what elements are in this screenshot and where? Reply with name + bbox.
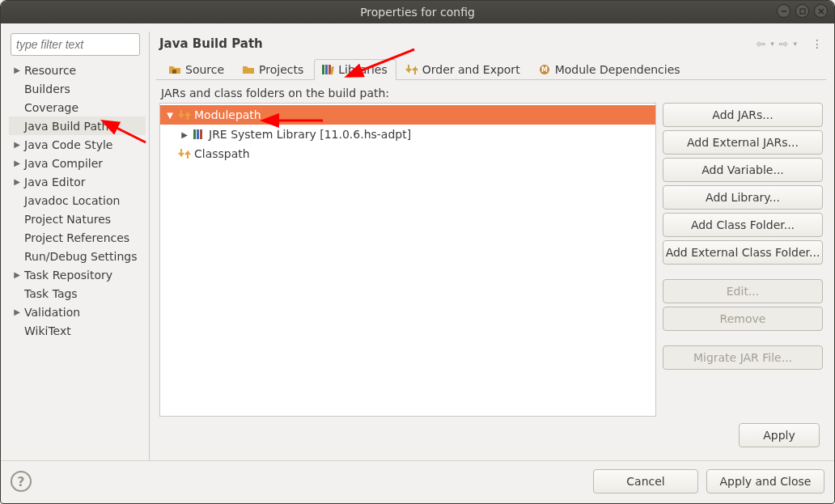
projects-folder-icon — [242, 63, 255, 76]
window-title: Properties for config — [360, 6, 475, 19]
chevron-right-icon: ▶ — [12, 307, 22, 316]
tab-projects[interactable]: Projects — [235, 59, 312, 80]
nav-label: Validation — [24, 306, 85, 319]
svg-rect-11 — [193, 129, 196, 139]
chevron-right-icon: ▶ — [12, 66, 22, 74]
svg-text:M: M — [541, 66, 548, 74]
add-external-class-folder-button[interactable]: Add External Class Folder... — [663, 240, 823, 265]
node-classpath[interactable]: Classpath — [160, 144, 655, 163]
chevron-down-icon: ▼ — [165, 111, 175, 120]
libraries-hint: JARs and class folders on the build path… — [159, 85, 823, 103]
view-menu-icon[interactable]: ⋮ — [812, 37, 823, 50]
maximize-button[interactable] — [795, 4, 809, 18]
nav-builders[interactable]: Builders — [9, 79, 146, 98]
side-buttons: Add JARs... Add External JARs... Add Var… — [663, 103, 823, 417]
bottom-bar: ? Cancel Apply and Close — [1, 460, 834, 503]
chevron-right-icon: ▶ — [12, 140, 22, 149]
nav-label: WikiText — [24, 324, 76, 337]
add-class-folder-button[interactable]: Add Class Folder... — [663, 213, 823, 237]
nav-java-editor[interactable]: ▶Java Editor — [9, 172, 146, 191]
apply-button[interactable]: Apply — [739, 423, 820, 447]
close-button[interactable] — [814, 4, 828, 18]
tab-label: Projects — [259, 63, 303, 76]
nav-wikitext[interactable]: WikiText — [9, 321, 146, 340]
add-variable-button[interactable]: Add Variable... — [663, 158, 823, 182]
right-panel: Java Build Path ⇦ ▾ ⇨ ▾ ⋮ Source — [156, 32, 826, 460]
nav-label: Run/Debug Settings — [24, 250, 142, 263]
libraries-icon — [321, 63, 334, 76]
node-label: JRE System Library [11.0.6.hs-adpt] — [209, 128, 411, 141]
page-title: Java Build Path — [159, 36, 263, 51]
order-export-icon — [405, 63, 418, 76]
migrate-jar-file-button: Migrate JAR File... — [663, 345, 823, 370]
svg-rect-6 — [325, 65, 328, 74]
chevron-right-icon: ▶ — [12, 177, 22, 186]
chevron-right-icon: ▶ — [12, 270, 22, 279]
svg-rect-5 — [322, 65, 324, 74]
cancel-button[interactable]: Cancel — [593, 469, 698, 493]
tab-label: Order and Export — [422, 63, 520, 76]
nav-java-compiler[interactable]: ▶Java Compiler — [9, 154, 146, 172]
tab-module-deps[interactable]: M Module Dependencies — [531, 59, 689, 80]
back-icon[interactable]: ⇦ — [756, 37, 765, 50]
svg-rect-4 — [172, 70, 176, 74]
modulepath-icon — [178, 108, 191, 121]
nav-label: Project References — [24, 231, 134, 244]
forward-icon[interactable]: ⇨ — [779, 37, 789, 50]
nav-label: Java Editor — [24, 176, 90, 188]
nav-project-references[interactable]: Project References — [9, 228, 146, 247]
filter-input[interactable] — [11, 33, 140, 56]
nav-task-repository[interactable]: ▶Task Repository — [9, 265, 146, 284]
tabstrip: Source Projects Libraries Order and Expo… — [156, 59, 826, 80]
libraries-tree[interactable]: ▼ Modulepath ▶ J — [159, 103, 656, 417]
left-panel: ▶Resource Builders Coverage Java Build P… — [9, 32, 150, 460]
add-external-jars-button[interactable]: Add External JARs... — [663, 130, 823, 155]
nav-label: Java Code Style — [24, 138, 117, 151]
svg-rect-1 — [800, 9, 805, 14]
apply-and-close-button[interactable]: Apply and Close — [706, 469, 824, 493]
node-jre-system-library[interactable]: ▶ JRE System Library [11.0.6.hs-adpt] — [160, 125, 655, 144]
remove-button: Remove — [663, 307, 823, 331]
nav-label: Java Compiler — [24, 157, 108, 170]
nav-label: Coverage — [24, 101, 83, 114]
tab-order-export[interactable]: Order and Export — [398, 59, 529, 80]
nav-resource[interactable]: ▶Resource — [9, 61, 146, 79]
nav-label: Task Repository — [24, 269, 117, 282]
nav-validation[interactable]: ▶Validation — [9, 303, 146, 321]
nav-label: Java Build Path — [24, 120, 113, 133]
tab-label: Module Dependencies — [555, 63, 680, 76]
nav-project-natures[interactable]: Project Natures — [9, 210, 146, 228]
nav-java-code-style[interactable]: ▶Java Code Style — [9, 135, 146, 154]
library-icon — [193, 128, 206, 141]
window-controls — [777, 4, 828, 18]
tab-label: Source — [185, 63, 224, 76]
nav-label: Project Natures — [24, 213, 116, 226]
forward-menu-icon[interactable]: ▾ — [793, 40, 797, 48]
nav-label: Builders — [24, 83, 75, 95]
minimize-button[interactable] — [777, 4, 790, 18]
nav-run-debug-settings[interactable]: Run/Debug Settings — [9, 247, 146, 265]
nav-javadoc-location[interactable]: Javadoc Location — [9, 191, 146, 210]
tab-libraries[interactable]: Libraries — [314, 59, 396, 80]
category-tree[interactable]: ▶Resource Builders Coverage Java Build P… — [9, 61, 146, 460]
tab-label: Libraries — [338, 63, 387, 76]
add-library-button[interactable]: Add Library... — [663, 185, 823, 210]
nav-task-tags[interactable]: Task Tags — [9, 284, 146, 303]
header-nav-icons: ⇦ ▾ ⇨ ▾ ⋮ — [756, 37, 823, 50]
help-button[interactable]: ? — [11, 471, 32, 492]
tab-source[interactable]: Source — [161, 59, 233, 80]
svg-rect-12 — [197, 129, 199, 139]
node-modulepath[interactable]: ▼ Modulepath — [160, 105, 655, 125]
edit-button: Edit... — [663, 279, 823, 303]
back-menu-icon[interactable]: ▾ — [770, 40, 774, 48]
client-area: ▶Resource Builders Coverage Java Build P… — [1, 23, 834, 503]
nav-label: Resource — [24, 64, 81, 77]
nav-coverage[interactable]: Coverage — [9, 98, 146, 116]
nav-java-build-path[interactable]: Java Build Path — [9, 116, 146, 135]
node-label: Modulepath — [194, 108, 261, 121]
source-folder-icon — [168, 63, 181, 76]
add-jars-button[interactable]: Add JARs... — [663, 103, 823, 127]
properties-dialog: Properties for config ▶Resource Builders… — [0, 0, 835, 504]
nav-label: Task Tags — [24, 287, 83, 300]
chevron-right-icon: ▶ — [12, 159, 22, 167]
